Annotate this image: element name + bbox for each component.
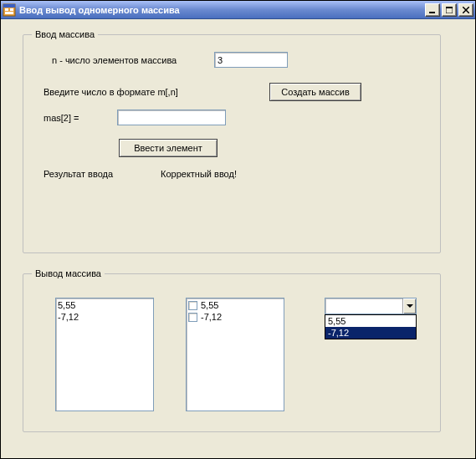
enter-element-button[interactable]: Ввести элемент — [119, 139, 218, 157]
mas-index-label: mas[2] = — [44, 113, 117, 123]
create-array-button[interactable]: Создать массив — [269, 83, 361, 101]
minimize-button[interactable] — [425, 3, 440, 17]
result-value: Корректный ввод! — [161, 169, 237, 179]
svg-rect-2 — [5, 8, 8, 11]
result-label: Результат ввода — [44, 169, 161, 179]
app-window: Ввод вывод одномерного массива Ввод масс… — [0, 0, 476, 459]
combobox-value[interactable] — [325, 298, 402, 314]
svg-rect-5 — [429, 12, 435, 13]
client-area: Ввод массива n - число элементов массива… — [3, 19, 473, 456]
list-item[interactable]: -7,12 — [58, 311, 151, 323]
svg-rect-4 — [5, 12, 13, 14]
n-input[interactable] — [214, 52, 288, 68]
checked-listbox[interactable]: 5,55 -7,12 — [186, 298, 284, 411]
format-hint-label: Введите число в формате m[,n] — [44, 87, 269, 97]
combobox-dropdown[interactable]: 5,55 -7,12 — [325, 314, 417, 339]
svg-rect-3 — [10, 8, 13, 11]
list-item[interactable]: -7,12 — [188, 311, 282, 323]
list-item[interactable]: 5,55 — [58, 299, 151, 311]
chevron-down-icon[interactable] — [402, 298, 416, 314]
list-item[interactable]: 5,55 — [188, 299, 282, 311]
svg-rect-1 — [3, 4, 15, 8]
titlebar[interactable]: Ввод вывод одномерного массива — [1, 1, 475, 19]
combobox-area: 5,55 -7,12 — [325, 298, 417, 314]
svg-rect-7 — [446, 7, 453, 8]
checkbox-icon[interactable] — [188, 301, 197, 310]
input-group-legend: Ввод массива — [32, 29, 98, 39]
listbox-plain[interactable]: 5,55 -7,12 — [55, 298, 154, 411]
mas-value-input[interactable] — [117, 110, 226, 125]
list-item-label: 5,55 — [201, 299, 218, 311]
input-groupbox: Ввод массива n - число элементов массива… — [23, 34, 441, 253]
combobox[interactable] — [325, 298, 417, 314]
dropdown-option[interactable]: 5,55 — [325, 315, 416, 327]
checkbox-icon[interactable] — [188, 313, 197, 322]
output-group-legend: Вывод массива — [32, 268, 105, 278]
list-item-label: -7,12 — [201, 311, 222, 323]
dropdown-option[interactable]: -7,12 — [325, 327, 416, 339]
close-button[interactable] — [458, 3, 473, 17]
window-title: Ввод вывод одномерного массива — [19, 5, 425, 15]
n-label: n - число элементов массива — [52, 55, 214, 65]
output-groupbox: Вывод массива 5,55 -7,12 5,55 -7,12 — [23, 273, 441, 432]
maximize-button[interactable] — [442, 3, 457, 17]
window-buttons — [425, 3, 473, 17]
app-icon — [3, 3, 16, 17]
